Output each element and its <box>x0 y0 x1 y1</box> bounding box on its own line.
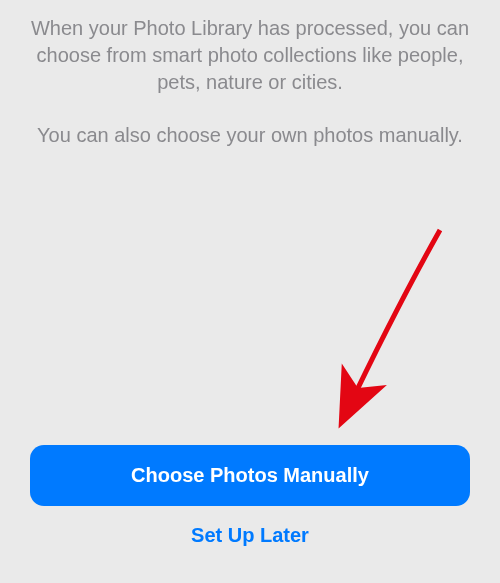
description-paragraph-1: When your Photo Library has processed, y… <box>30 15 470 96</box>
onboarding-screen: When your Photo Library has processed, y… <box>0 0 500 583</box>
choose-photos-manually-button[interactable]: Choose Photos Manually <box>30 445 470 506</box>
description-text: When your Photo Library has processed, y… <box>30 15 470 175</box>
set-up-later-button[interactable]: Set Up Later <box>30 506 470 565</box>
button-area: Choose Photos Manually Set Up Later <box>30 445 470 583</box>
description-paragraph-2: You can also choose your own photos manu… <box>30 122 470 149</box>
